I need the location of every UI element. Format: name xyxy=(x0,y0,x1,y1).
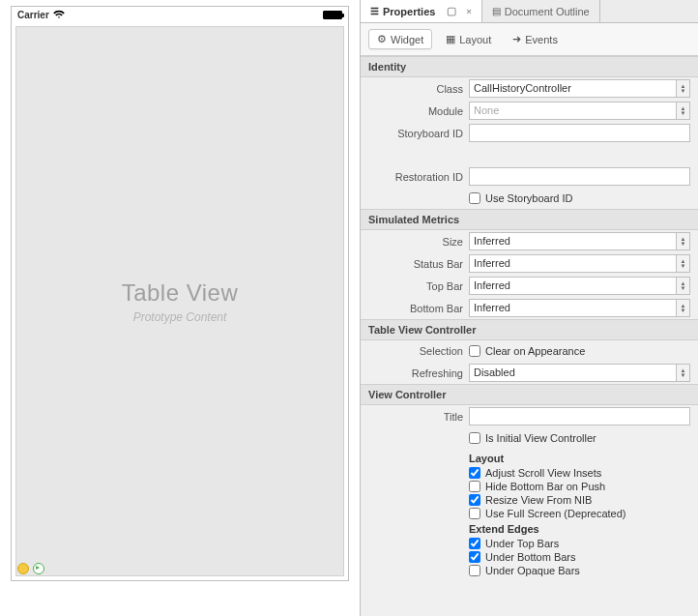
layout-group-header: Layout xyxy=(469,453,690,464)
chevron-updown-icon: ▲▼ xyxy=(676,255,689,272)
extend-edges-header: Extend Edges xyxy=(469,523,690,535)
under-top-label: Under Top Bars xyxy=(485,538,559,549)
under-top-checkbox[interactable] xyxy=(469,538,480,549)
label-class: Class xyxy=(361,83,469,95)
topbar-select[interactable]: Inferred▲▼ xyxy=(469,277,690,295)
module-select[interactable]: None ▲▼ xyxy=(469,102,690,120)
initial-vc-checkbox[interactable] xyxy=(469,432,480,444)
section-identity: Identity Class CallHistoryController ▲▼ … xyxy=(361,56,698,209)
resize-from-nib-label: Resize View From NIB xyxy=(485,494,592,506)
first-responder-icon[interactable] xyxy=(17,563,29,574)
events-icon: ➜ xyxy=(512,33,521,45)
section-simulated-metrics: Simulated Metrics Size Inferred▲▼ Status… xyxy=(361,209,698,319)
hide-bottom-bar-checkbox[interactable] xyxy=(469,481,480,492)
outline-icon: ▤ xyxy=(492,6,501,16)
subtab-label: Layout xyxy=(459,34,491,45)
section-header: Identity xyxy=(361,57,698,77)
label-bottom-bar: Bottom Bar xyxy=(361,303,469,314)
label-title: Title xyxy=(361,411,469,423)
clear-on-appearance-label: Clear on Appearance xyxy=(485,345,585,357)
label-selection: Selection xyxy=(361,345,469,357)
chevron-updown-icon: ▲▼ xyxy=(676,80,689,97)
subtab-widget[interactable]: ⚙ Widget xyxy=(368,29,432,49)
under-opaque-label: Under Opaque Bars xyxy=(485,565,580,576)
use-storyboard-id-checkbox[interactable] xyxy=(469,192,480,204)
wifi-icon xyxy=(53,10,65,19)
vc-title-input[interactable] xyxy=(469,407,690,425)
chevron-updown-icon: ▲▼ xyxy=(676,103,689,119)
status-bar: Carrier xyxy=(12,7,348,22)
table-view-title: Table View xyxy=(122,279,239,307)
chevron-updown-icon: ▲▼ xyxy=(676,278,689,294)
tab-document-outline[interactable]: ▤ Document Outline xyxy=(482,0,600,22)
section-tvc: Table View Controller Selection Clear on… xyxy=(361,319,698,384)
properties-icon: ☰ xyxy=(370,6,379,16)
inspector-subtabs: ⚙ Widget ▦ Layout ➜ Events xyxy=(361,23,698,56)
label-module: Module xyxy=(361,105,469,117)
hide-bottom-bar-label: Hide Bottom Bar on Push xyxy=(485,481,605,492)
inspector-panel: ☰ Properties ▢ × ▤ Document Outline ⚙ Wi… xyxy=(361,0,698,616)
resize-from-nib-checkbox[interactable] xyxy=(469,494,480,506)
pad-tabbar: ☰ Properties ▢ × ▤ Document Outline xyxy=(361,0,698,23)
section-header: Table View Controller xyxy=(361,320,698,340)
label-size: Size xyxy=(361,236,469,248)
carrier-label: Carrier xyxy=(17,10,49,20)
pin-icon[interactable]: ▢ xyxy=(447,5,456,17)
size-select[interactable]: Inferred▲▼ xyxy=(469,232,690,250)
table-view-placeholder[interactable]: Table View Prototype Content xyxy=(15,26,344,576)
scene-dock xyxy=(17,563,44,574)
phone-frame[interactable]: Carrier Table View Prototype Content xyxy=(11,6,349,581)
tab-properties[interactable]: ☰ Properties ▢ × xyxy=(361,0,482,22)
tab-label: Properties xyxy=(383,6,435,17)
under-bottom-checkbox[interactable] xyxy=(469,551,480,563)
adjust-insets-label: Adjust Scroll View Insets xyxy=(485,467,601,479)
under-bottom-label: Under Bottom Bars xyxy=(485,551,576,563)
exit-icon[interactable] xyxy=(33,563,44,574)
section-vc: View Controller Title Is Initial View Co… xyxy=(361,384,698,580)
fullscreen-label: Use Full Screen (Deprecated) xyxy=(485,508,626,519)
chevron-updown-icon: ▲▼ xyxy=(676,233,689,249)
label-top-bar: Top Bar xyxy=(361,280,469,292)
battery-icon xyxy=(323,11,342,19)
chevron-updown-icon: ▲▼ xyxy=(676,365,689,381)
label-restoration-id: Restoration ID xyxy=(361,171,469,183)
subtab-label: Widget xyxy=(391,34,423,45)
module-placeholder: None xyxy=(470,103,676,119)
section-header: Simulated Metrics xyxy=(361,210,698,230)
close-icon[interactable]: × xyxy=(466,7,471,16)
use-storyboard-id-label: Use Storyboard ID xyxy=(485,192,572,204)
under-opaque-checkbox[interactable] xyxy=(469,565,480,576)
clear-on-appearance-checkbox[interactable] xyxy=(469,345,480,357)
subtab-layout[interactable]: ▦ Layout xyxy=(438,29,499,49)
subtab-events[interactable]: ➜ Events xyxy=(505,29,566,49)
adjust-insets-checkbox[interactable] xyxy=(469,467,480,479)
tab-label: Document Outline xyxy=(505,6,590,17)
bottombar-select[interactable]: Inferred▲▼ xyxy=(469,299,690,317)
refreshing-select[interactable]: Disabled▲▼ xyxy=(469,364,690,382)
layout-icon: ▦ xyxy=(446,33,455,45)
storyboard-id-input[interactable] xyxy=(469,124,690,142)
label-refreshing: Refreshing xyxy=(361,367,469,379)
subtab-label: Events xyxy=(525,34,558,45)
fullscreen-checkbox[interactable] xyxy=(469,508,480,519)
restoration-id-input[interactable] xyxy=(469,167,690,186)
label-storyboard-id: Storyboard ID xyxy=(361,128,469,139)
class-select[interactable]: CallHistoryController ▲▼ xyxy=(469,79,690,98)
widget-icon: ⚙ xyxy=(377,33,387,45)
storyboard-canvas: Carrier Table View Prototype Content xyxy=(0,0,361,616)
section-header: View Controller xyxy=(361,385,698,405)
initial-vc-label: Is Initial View Controller xyxy=(485,432,596,444)
chevron-updown-icon: ▲▼ xyxy=(676,300,689,316)
class-value: CallHistoryController xyxy=(470,80,676,97)
statusbar-select[interactable]: Inferred▲▼ xyxy=(469,254,690,273)
label-status-bar: Status Bar xyxy=(361,258,469,270)
table-view-subtitle: Prototype Content xyxy=(133,310,227,324)
